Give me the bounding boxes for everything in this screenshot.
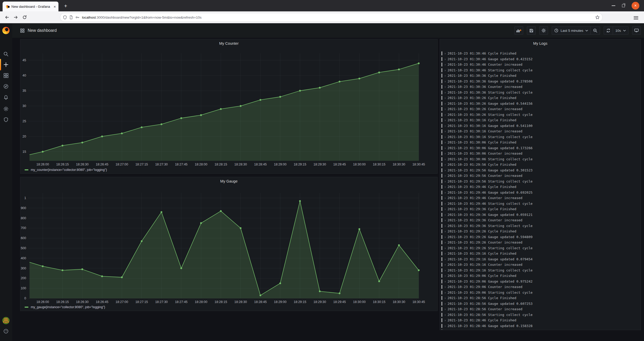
counter-legend[interactable]: my_counter{instance="collector:8080", jo… xyxy=(25,168,107,172)
data-point[interactable] xyxy=(62,145,63,147)
panel-title[interactable]: My Logs xyxy=(440,41,641,46)
expand-caret-icon[interactable]: › xyxy=(445,51,446,56)
data-point[interactable] xyxy=(299,90,301,92)
log-row[interactable]: ›2021-10-23 01:30:46 Counter increased xyxy=(441,62,640,67)
log-row[interactable]: ›2021-10-23 01:28:46 Counter increased xyxy=(441,329,640,330)
data-point[interactable] xyxy=(121,133,123,134)
expand-caret-icon[interactable]: › xyxy=(445,295,446,301)
dashboards-icon[interactable] xyxy=(3,72,9,79)
log-row[interactable]: ›2021-10-23 01:29:06 Gauge updated 0.975… xyxy=(441,279,640,284)
data-point[interactable] xyxy=(42,265,44,267)
data-point[interactable] xyxy=(418,269,420,271)
expand-caret-icon[interactable]: › xyxy=(445,323,446,329)
log-row[interactable]: ›2021-10-23 01:29:16 Counter increased xyxy=(441,262,640,268)
log-row[interactable]: ›2021-10-23 01:29:36 Starting collect cy… xyxy=(441,223,640,229)
data-point[interactable] xyxy=(42,151,44,153)
data-point[interactable] xyxy=(200,114,202,116)
log-row[interactable]: ›2021-10-23 01:30:06 Cycle Finished xyxy=(441,140,640,145)
window-maximize-button[interactable] xyxy=(622,4,625,7)
panel-my-gauge[interactable]: My Gauge 00.1000.2000.3000.4000.5000.600… xyxy=(20,177,438,311)
data-point[interactable] xyxy=(358,78,360,79)
data-point[interactable] xyxy=(220,108,222,110)
menu-icon[interactable] xyxy=(632,13,640,22)
data-point[interactable] xyxy=(240,105,242,107)
log-row[interactable]: ›2021-10-23 01:29:26 Cycle Finished xyxy=(441,229,640,234)
data-point[interactable] xyxy=(358,228,360,230)
time-range-picker[interactable]: Last 5 minutes xyxy=(552,27,590,34)
log-row[interactable]: ›2021-10-23 01:28:56 Gauge updated 0.607… xyxy=(441,301,640,307)
expand-caret-icon[interactable]: › xyxy=(445,145,446,151)
cycle-view-mode-button[interactable] xyxy=(632,26,641,35)
log-row[interactable]: ›2021-10-23 01:30:16 Cycle Finished xyxy=(441,117,640,123)
data-point[interactable] xyxy=(398,244,400,246)
forward-icon[interactable] xyxy=(11,13,20,22)
explore-icon[interactable] xyxy=(3,83,9,89)
expand-caret-icon[interactable]: › xyxy=(445,201,446,207)
log-row[interactable]: ›2021-10-23 01:30:26 Counter increased xyxy=(441,106,640,112)
legend-label[interactable]: my_gauge{instance="collector:8080", job=… xyxy=(31,305,105,309)
log-row[interactable]: ›2021-10-23 01:29:06 Cycle Finished xyxy=(441,273,640,279)
log-row[interactable]: ›2021-10-23 01:30:36 Cycle Finished xyxy=(441,73,640,79)
log-row[interactable]: ›2021-10-23 01:29:16 Cycle Finished xyxy=(441,251,640,256)
data-point[interactable] xyxy=(259,294,261,296)
avatar[interactable] xyxy=(2,317,10,324)
expand-caret-icon[interactable]: › xyxy=(445,162,446,168)
log-row[interactable]: ›2021-10-23 01:30:06 Gauge updated 0.173… xyxy=(441,145,640,151)
refresh-button[interactable] xyxy=(604,27,613,34)
log-row[interactable]: ›2021-10-23 01:30:16 Gauge updated 0.541… xyxy=(441,123,640,129)
refresh-interval-dropdown[interactable]: 10s xyxy=(613,27,628,34)
log-row[interactable]: ›2021-10-23 01:28:46 Gauge updated 0.158… xyxy=(441,323,640,329)
page-icon[interactable] xyxy=(69,15,73,19)
data-point[interactable] xyxy=(62,269,63,271)
expand-caret-icon[interactable]: › xyxy=(445,140,446,145)
data-point[interactable] xyxy=(141,240,143,242)
back-icon[interactable] xyxy=(3,13,11,22)
data-point[interactable] xyxy=(121,276,123,278)
log-row[interactable]: ›2021-10-23 01:29:36 Gauge updated 0.059… xyxy=(441,212,640,218)
data-point[interactable] xyxy=(200,222,202,224)
log-row[interactable]: ›2021-10-23 01:30:36 Gauge updated 0.278… xyxy=(441,79,640,84)
help-icon[interactable]: ? xyxy=(3,328,9,334)
expand-caret-icon[interactable]: › xyxy=(445,251,446,256)
log-row[interactable]: ›2021-10-23 01:30:46 Starting collect cy… xyxy=(441,67,640,73)
log-row[interactable]: ›2021-10-23 01:29:26 Starting collect cy… xyxy=(441,245,640,251)
expand-caret-icon[interactable]: › xyxy=(445,179,446,184)
log-row[interactable]: ›2021-10-23 01:28:46 Cycle Finished xyxy=(441,317,640,323)
log-row[interactable]: ›2021-10-23 01:28:56 Counter increased xyxy=(441,306,640,312)
data-point[interactable] xyxy=(279,96,281,98)
expand-caret-icon[interactable]: › xyxy=(445,284,446,290)
reload-icon[interactable] xyxy=(20,13,29,22)
panel-my-counter[interactable]: My Counter 1520253035404518:26:0018:26:1… xyxy=(20,39,438,174)
expand-caret-icon[interactable]: › xyxy=(445,273,446,279)
log-row[interactable]: ›2021-10-23 01:29:56 Cycle Finished xyxy=(441,162,640,168)
expand-caret-icon[interactable]: › xyxy=(445,262,446,268)
browser-tab[interactable]: New dashboard - Grafana × xyxy=(3,2,58,11)
shield-icon[interactable] xyxy=(63,15,67,19)
expand-caret-icon[interactable]: › xyxy=(445,112,446,118)
expand-caret-icon[interactable]: › xyxy=(445,84,446,90)
key-icon[interactable] xyxy=(75,15,80,19)
data-point[interactable] xyxy=(180,267,182,269)
panel-title[interactable]: My Gauge xyxy=(20,179,437,183)
expand-caret-icon[interactable]: › xyxy=(445,134,446,140)
expand-caret-icon[interactable]: › xyxy=(445,101,446,107)
log-row[interactable]: ›2021-10-23 01:29:16 Gauge updated 0.079… xyxy=(441,256,640,262)
log-row[interactable]: ›2021-10-23 01:30:46 Cycle Finished xyxy=(441,51,640,56)
expand-caret-icon[interactable]: › xyxy=(445,234,446,240)
expand-caret-icon[interactable]: › xyxy=(445,106,446,112)
log-row[interactable]: ›2021-10-23 01:30:16 Starting collect cy… xyxy=(441,134,640,140)
add-panel-button[interactable] xyxy=(514,26,523,35)
log-row[interactable]: ›2021-10-23 01:29:56 Starting collect cy… xyxy=(441,179,640,184)
expand-caret-icon[interactable]: › xyxy=(445,240,446,245)
window-minimize-button[interactable] xyxy=(612,5,615,6)
expand-caret-icon[interactable]: › xyxy=(445,168,446,173)
plus-icon[interactable] xyxy=(3,62,9,68)
log-row[interactable]: ›2021-10-23 01:30:26 Gauge updated 0.544… xyxy=(441,101,640,107)
gauge-chart[interactable]: 00.1000.2000.3000.4000.5000.6000.7000.80… xyxy=(20,177,437,311)
data-point[interactable] xyxy=(418,62,420,64)
log-row[interactable]: ›2021-10-23 01:30:46 Gauge updated 0.423… xyxy=(441,56,640,62)
expand-caret-icon[interactable]: › xyxy=(445,268,446,273)
log-row[interactable]: ›2021-10-23 01:29:36 Counter increased xyxy=(441,217,640,223)
expand-caret-icon[interactable]: › xyxy=(445,123,446,129)
expand-caret-icon[interactable]: › xyxy=(445,212,446,218)
